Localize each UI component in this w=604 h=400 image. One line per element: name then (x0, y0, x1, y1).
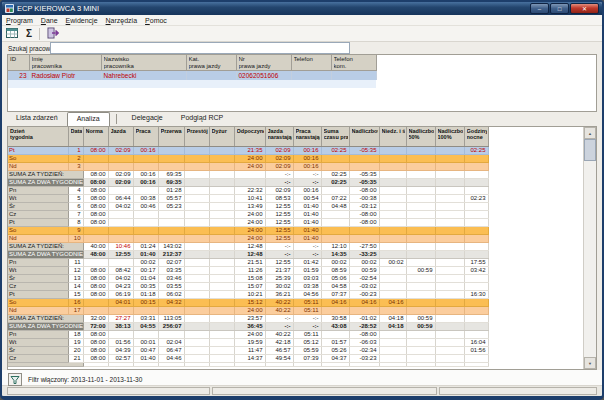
cell[interactable] (379, 194, 406, 202)
cell[interactable]: 30:58 (321, 314, 349, 322)
sum-button[interactable]: Σ (22, 27, 36, 40)
day-cell[interactable]: Pt (8, 146, 68, 154)
date-cell[interactable]: 4 (68, 186, 83, 194)
cell[interactable]: 24:00 (234, 234, 265, 242)
cell[interactable]: 08:00 (83, 218, 108, 226)
cell[interactable]: 02:25 (321, 170, 349, 178)
cell[interactable] (184, 194, 209, 202)
cell[interactable]: 05:59 (293, 346, 321, 354)
tab-lista-zdarzeń[interactable]: Lista zdarzeń (7, 112, 67, 126)
cell[interactable]: 02:04 (158, 338, 184, 346)
date-cell[interactable]: 6 (68, 202, 83, 210)
cell[interactable] (464, 282, 488, 290)
cell[interactable] (184, 234, 209, 242)
cell[interactable]: 36:21 (265, 290, 293, 298)
cell[interactable] (464, 154, 488, 162)
cell[interactable]: 22:32 (234, 186, 265, 194)
date-cell[interactable]: 17 (68, 306, 83, 314)
cell[interactable]: 14:37 (234, 354, 265, 362)
cell[interactable] (464, 226, 488, 234)
cell[interactable] (379, 218, 406, 226)
cell[interactable]: -:- (265, 178, 293, 186)
cell[interactable]: 01:18 (133, 290, 158, 298)
cell[interactable]: 01:24 (133, 242, 158, 250)
column-header-jazda-narastająco[interactable]: Jazdanarastająco (265, 127, 293, 146)
cell[interactable]: 08:00 (83, 282, 108, 290)
cell[interactable]: 00:02 (379, 258, 406, 266)
cell[interactable] (435, 314, 464, 322)
cell[interactable]: 05:06 (321, 274, 349, 282)
cell[interactable] (435, 170, 464, 178)
cell[interactable]: 01:57 (321, 338, 349, 346)
cell[interactable] (464, 298, 488, 306)
cell[interactable]: 12:10 (321, 242, 349, 250)
cell[interactable]: 04:02 (108, 202, 133, 210)
cell[interactable]: 38:13 (108, 322, 133, 330)
day-cell[interactable]: Cz (8, 282, 68, 290)
sum-label-cell[interactable]: SUMA ZA TYDZIEŃ: (8, 242, 83, 250)
cell[interactable]: 08:00 (83, 274, 108, 282)
cell[interactable] (209, 282, 234, 290)
cell[interactable] (435, 274, 464, 282)
cell[interactable]: 11:47 (234, 346, 265, 354)
cell[interactable] (209, 178, 234, 186)
cell[interactable] (331, 71, 376, 80)
cell[interactable] (209, 218, 234, 226)
sum-label-cell[interactable]: SUMA ZA TYDZIEŃ: (8, 314, 83, 322)
cell[interactable]: 24:00 (234, 162, 265, 170)
cell[interactable] (406, 282, 435, 290)
cell[interactable] (464, 322, 488, 330)
cell[interactable]: 00:01 (133, 338, 158, 346)
cell[interactable]: 05:57 (158, 194, 184, 202)
cell[interactable]: -06:03 (349, 338, 379, 346)
cell[interactable] (379, 338, 406, 346)
cell[interactable] (435, 242, 464, 250)
analysis-row-day-15[interactable]: Pt1508:0006:1901:1806:0210:2136:2104:560… (8, 290, 488, 298)
cell[interactable] (209, 146, 234, 154)
cell[interactable] (435, 322, 464, 330)
cell[interactable]: 08:00 (83, 146, 108, 154)
cell[interactable] (379, 330, 406, 338)
cell[interactable]: 04:18 (379, 314, 406, 322)
cell[interactable] (464, 306, 488, 314)
cell[interactable]: 12:48 (234, 250, 265, 258)
cell[interactable]: 00:02 (321, 258, 349, 266)
cell[interactable]: 00:16 (293, 154, 321, 162)
cell[interactable] (379, 250, 406, 258)
cell[interactable] (379, 234, 406, 242)
cell[interactable] (108, 234, 133, 242)
sum-label-cell[interactable]: SUMA ZA DWA TYGODNIE: (8, 322, 83, 330)
cell[interactable] (158, 218, 184, 226)
cell[interactable] (209, 226, 234, 234)
date-cell[interactable]: 12 (68, 266, 83, 274)
cell[interactable] (158, 162, 184, 170)
cell[interactable]: -02:34 (349, 346, 379, 354)
day-cell[interactable]: Pn (8, 186, 68, 194)
cell[interactable] (435, 282, 464, 290)
cell[interactable]: 01:40 (293, 234, 321, 242)
cell[interactable]: 48:00 (83, 250, 108, 258)
analysis-row-day-3[interactable]: Nd324:0002:0900:16 (8, 162, 488, 170)
cell[interactable] (234, 178, 265, 186)
cell[interactable] (435, 210, 464, 218)
menu-item-narzędzia[interactable]: Narzędzia (102, 17, 142, 24)
cell[interactable] (158, 154, 184, 162)
cell[interactable]: 02:23 (464, 194, 488, 202)
cell[interactable]: -08:00 (349, 330, 379, 338)
cell[interactable] (209, 194, 234, 202)
cell[interactable]: 02:25 (321, 178, 349, 186)
cell[interactable]: 08:00 (83, 178, 108, 186)
cell[interactable]: 08:00 (83, 346, 108, 354)
cell[interactable]: 00:59 (406, 266, 435, 274)
cell[interactable]: -:- (265, 242, 293, 250)
cell[interactable]: 00:59 (406, 314, 435, 322)
cell[interactable] (133, 162, 158, 170)
date-cell[interactable]: 11 (68, 258, 83, 266)
day-cell[interactable]: Pt (8, 218, 68, 226)
date-cell[interactable]: 14 (68, 282, 83, 290)
cell[interactable]: 24:00 (234, 226, 265, 234)
cell[interactable] (464, 274, 488, 282)
cell[interactable]: 01:04 (133, 274, 158, 282)
cell[interactable]: 00:02 (133, 258, 158, 266)
cell[interactable] (133, 186, 158, 194)
